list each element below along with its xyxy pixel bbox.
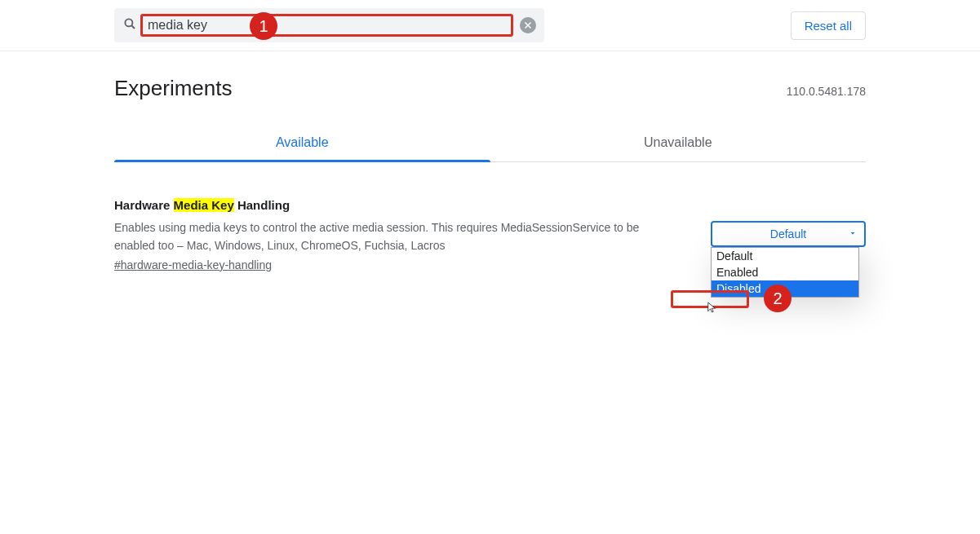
flag-select-dropdown: Default Enabled Disabled [711,247,859,298]
option-default[interactable]: Default [712,248,858,264]
version-label: 110.0.5481.178 [787,85,866,98]
flag-item: Hardware Media Key Handling Enables usin… [114,198,866,271]
flag-title-after: Handling [234,198,290,212]
flag-title: Hardware Media Key Handling [114,198,661,212]
content-area: Experiments 110.0.5481.178 Available Una… [0,51,980,271]
option-enabled[interactable]: Enabled [712,264,858,280]
flag-select[interactable]: Default [711,221,866,247]
flag-select-value: Default [770,227,806,241]
search-input[interactable] [140,14,513,37]
clear-search-icon[interactable] [520,17,536,33]
search-icon [122,16,137,34]
svg-point-0 [125,19,132,26]
heading-row: Experiments 110.0.5481.178 [114,76,866,101]
flag-description: Enables using media keys to control the … [114,218,661,255]
svg-line-1 [131,25,135,29]
reset-all-button[interactable]: Reset all [791,11,866,40]
page-title: Experiments [114,76,233,101]
cursor-icon [707,302,718,318]
tab-available[interactable]: Available [114,126,490,161]
flag-title-highlight: Media Key [174,198,234,212]
flag-tag: #hardware-media-key-handling [114,258,661,271]
chevron-down-icon [848,227,858,241]
tabs: Available Unavailable [114,126,866,162]
tab-unavailable[interactable]: Unavailable [490,126,867,161]
flag-text: Hardware Media Key Handling Enables usin… [114,198,661,271]
flag-select-wrap: Default Default Enabled Disabled [711,221,866,247]
search-box [114,8,544,42]
top-bar: Reset all [0,0,980,51]
flag-title-before: Hardware [114,198,174,212]
option-disabled[interactable]: Disabled [712,280,858,297]
